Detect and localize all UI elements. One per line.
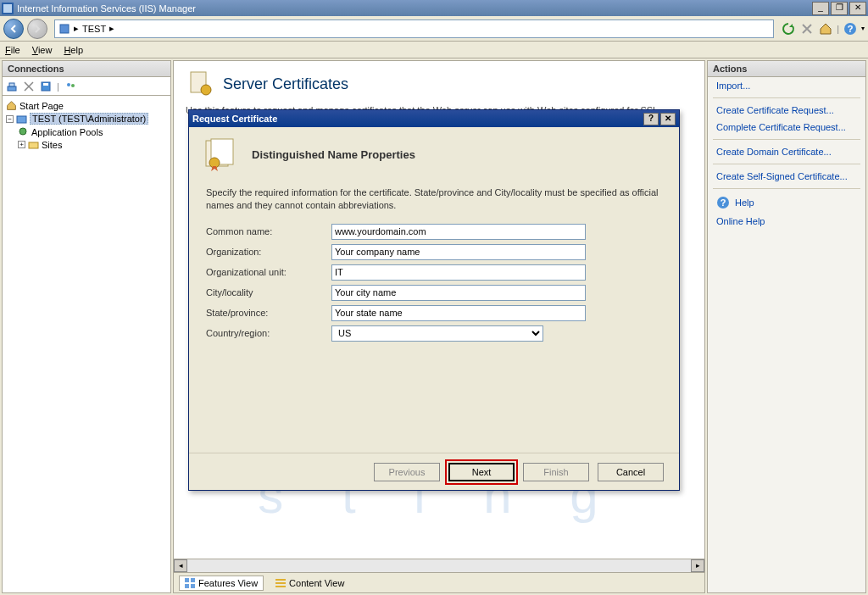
- svg-point-12: [19, 128, 26, 135]
- request-certificate-dialog: Request Certificate ? ✕ Distinguished Na…: [188, 109, 680, 491]
- svg-point-15: [201, 85, 211, 95]
- app-pools-icon: [18, 126, 29, 137]
- state-field[interactable]: [331, 305, 586, 321]
- certificate-page-icon: [186, 70, 214, 98]
- city-field[interactable]: [331, 285, 586, 301]
- horizontal-scrollbar[interactable]: ◂ ▸: [174, 559, 704, 572]
- home-icon[interactable]: [818, 21, 833, 36]
- svg-rect-20: [275, 579, 286, 581]
- tree-label: Application Pools: [31, 127, 103, 137]
- back-button[interactable]: [3, 19, 24, 39]
- restore-button[interactable]: ❐: [831, 2, 848, 15]
- next-button[interactable]: Next: [448, 463, 515, 481]
- actions-panel: Actions Import... Create Certificate Req…: [707, 60, 866, 593]
- finish-button[interactable]: Finish: [523, 463, 589, 481]
- action-create-self-signed[interactable]: Create Self-Signed Certificate...: [708, 168, 865, 185]
- help-icon[interactable]: ?: [843, 21, 858, 36]
- page-title: Server Certificates: [186, 70, 693, 98]
- svg-rect-6: [9, 83, 14, 86]
- connect-icon[interactable]: [6, 81, 18, 92]
- list-icon: [275, 578, 286, 588]
- label-state: State/province:: [206, 308, 331, 318]
- minimize-button[interactable]: _: [812, 2, 829, 15]
- menu-help[interactable]: HHelpelp: [64, 45, 83, 55]
- expand-icon[interactable]: +: [18, 141, 25, 148]
- label-common-name: Common name:: [206, 226, 331, 236]
- svg-rect-21: [275, 582, 286, 584]
- dialog-buttons: Previous Next Finish Cancel: [189, 453, 679, 490]
- server-icon: [16, 114, 27, 125]
- svg-rect-19: [191, 584, 195, 588]
- help-icon: ?: [716, 196, 730, 209]
- menu-file[interactable]: FFileile: [5, 45, 20, 55]
- connections-panel: Connections | Start Page − TEST (TEST\Ad…: [2, 60, 171, 593]
- page-title-text: Server Certificates: [223, 75, 348, 93]
- dialog-header: Distinguished Name Properties: [189, 127, 679, 181]
- grid-icon: [185, 578, 195, 588]
- window-title: Internet Information Services (IIS) Mana…: [17, 3, 196, 14]
- action-help[interactable]: Help: [735, 197, 754, 208]
- connections-tree: Start Page − TEST (TEST\Administrator) A…: [3, 96, 170, 154]
- svg-rect-1: [3, 4, 12, 13]
- menu-view[interactable]: VViewiew: [32, 45, 53, 55]
- dialog-close-button[interactable]: ✕: [660, 113, 676, 125]
- stop-icon[interactable]: [799, 21, 815, 36]
- help-dropdown-icon[interactable]: ▾: [861, 25, 865, 32]
- dialog-help-button[interactable]: ?: [643, 113, 659, 125]
- tab-label: Features View: [198, 578, 258, 588]
- tree-sites[interactable]: + Sites: [6, 138, 167, 151]
- address-bar[interactable]: ▸ TEST ▸: [54, 19, 774, 38]
- cancel-button[interactable]: Cancel: [598, 463, 664, 481]
- refresh-icon[interactable]: [781, 21, 796, 36]
- svg-text:?: ?: [721, 197, 726, 208]
- dialog-titlebar[interactable]: Request Certificate ? ✕: [189, 110, 679, 127]
- action-create-domain-cert[interactable]: Create Domain Certificate...: [708, 143, 865, 160]
- users-icon[interactable]: [64, 81, 76, 92]
- view-tabs: Features View Content View: [174, 572, 704, 592]
- forward-button[interactable]: [27, 19, 47, 39]
- common-name-field[interactable]: [331, 224, 586, 240]
- svg-point-9: [67, 83, 70, 86]
- label-organization: Organization:: [206, 247, 331, 257]
- tree-start-page[interactable]: Start Page: [6, 99, 167, 112]
- tab-content-view[interactable]: Content View: [270, 576, 349, 590]
- tree-server[interactable]: − TEST (TEST\Administrator): [6, 112, 167, 125]
- menu-bar: FFileile VViewiew HHelpelp: [0, 42, 868, 58]
- organizational-unit-field[interactable]: [331, 264, 586, 281]
- action-create-request[interactable]: Create Certificate Request...: [708, 102, 865, 119]
- close-button[interactable]: ✕: [849, 2, 866, 15]
- country-select[interactable]: US: [331, 325, 543, 342]
- svg-rect-2: [60, 25, 69, 33]
- dialog-heading: Distinguished Name Properties: [252, 148, 415, 161]
- breadcrumb-sep: ▸: [109, 23, 114, 34]
- scroll-right-icon[interactable]: ▸: [691, 559, 704, 572]
- svg-rect-18: [185, 584, 189, 588]
- svg-rect-8: [43, 83, 48, 86]
- certificate-icon: [203, 137, 242, 171]
- disconnect-icon[interactable]: [23, 81, 35, 92]
- organization-field[interactable]: [331, 244, 586, 260]
- collapse-icon[interactable]: −: [6, 115, 14, 123]
- svg-rect-5: [8, 86, 16, 91]
- previous-button[interactable]: Previous: [374, 463, 440, 481]
- action-online-help[interactable]: Online Help: [708, 213, 865, 230]
- action-complete-request[interactable]: Complete Certificate Request...: [708, 119, 865, 136]
- folder-icon: [28, 139, 39, 150]
- tree-label: TEST (TEST\Administrator): [30, 113, 148, 125]
- svg-rect-17: [191, 578, 195, 582]
- save-icon[interactable]: [40, 81, 52, 92]
- window-titlebar: Internet Information Services (IIS) Mana…: [0, 0, 868, 16]
- tree-label: Sites: [42, 140, 62, 150]
- svg-rect-22: [275, 586, 286, 587]
- breadcrumb-item[interactable]: TEST: [82, 24, 106, 34]
- iis-app-icon: [2, 3, 14, 14]
- tree-app-pools[interactable]: Application Pools: [6, 125, 167, 138]
- tab-features-view[interactable]: Features View: [179, 576, 264, 591]
- svg-rect-13: [29, 142, 38, 148]
- dialog-body: Specify the required information for the…: [189, 181, 679, 453]
- home-icon: [6, 100, 17, 111]
- svg-point-10: [71, 84, 75, 87]
- action-import[interactable]: Import...: [708, 77, 865, 94]
- svg-rect-11: [17, 116, 26, 123]
- scroll-left-icon[interactable]: ◂: [174, 559, 187, 572]
